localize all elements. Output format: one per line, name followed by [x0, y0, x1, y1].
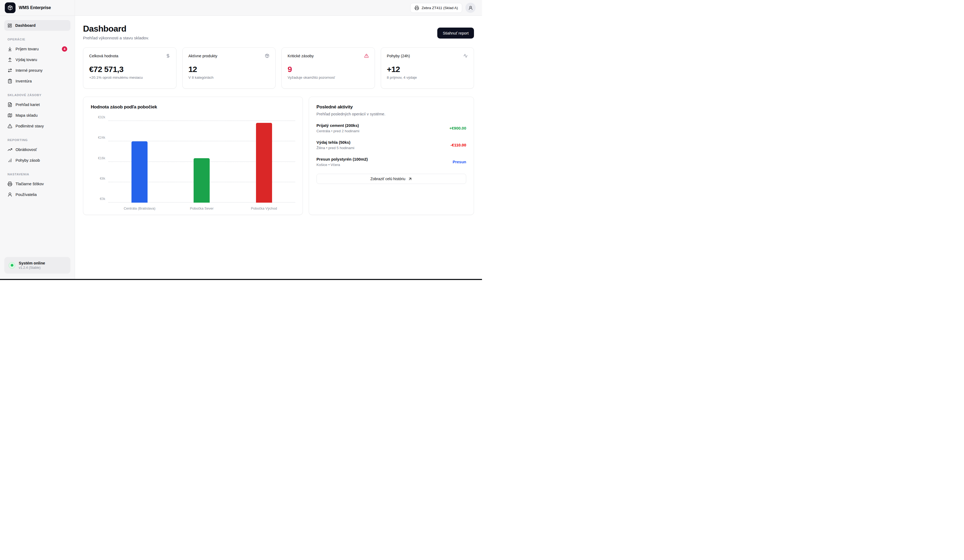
- sidebar-item-prehlad-kariet[interactable]: Prehľad kariet: [4, 99, 70, 110]
- sidebar-item-mapa-skladu[interactable]: Mapa skladu: [4, 110, 70, 121]
- printer-selector-label: Zebra ZT411 (Sklad A): [422, 6, 458, 10]
- arrows-left-right-icon: [8, 68, 12, 73]
- app-logo: [5, 2, 16, 13]
- activity-meta: Košice • Včera: [316, 163, 368, 167]
- dashboard-content: Dashboard Prehľad výkonnosti a stavu skl…: [75, 16, 482, 215]
- kpi-value: +12: [387, 65, 468, 74]
- bar-chart: €0k€8k€16k€24k€32k Centrála (Bratislava)…: [91, 121, 295, 210]
- activity-row-presun-polystyren-100m2: Presun polystyrén (100m2)Košice • VčeraP…: [316, 157, 466, 167]
- y-axis-tick: €16k: [91, 156, 105, 160]
- sidebar-item-label: Výdaj tovaru: [16, 57, 67, 62]
- x-axis-label: Pobočka Sever: [171, 207, 233, 210]
- top-header: Zebra ZT411 (Sklad A): [75, 0, 482, 16]
- sidebar-item-podlimitne-stavy[interactable]: Podlimitné stavy: [4, 121, 70, 132]
- package-icon: [8, 5, 13, 10]
- kpi-title: Aktívne produkty: [189, 54, 217, 58]
- package-icon: [265, 54, 269, 58]
- kpi-card-celkova-hodnota: Celková hodnota€72 571,3+20.1% oproti mi…: [83, 47, 176, 89]
- printer-icon: [8, 181, 12, 186]
- sidebar-item-label: Inventúra: [16, 79, 67, 83]
- sidebar-item-label: Pohyby zásob: [16, 158, 67, 163]
- kpi-subtitle: Vyžaduje okamžitú pozornosť: [288, 75, 369, 80]
- y-axis-tick: €0k: [91, 197, 105, 201]
- sidebar-item-label: Dashboard: [15, 23, 67, 28]
- sidebar-item-tlaciarne-stitkov[interactable]: Tlačiarne štítkov: [4, 179, 70, 189]
- activity-icon: [463, 54, 468, 58]
- sidebar-item-obratkovost[interactable]: Obrátkovosť: [4, 144, 70, 155]
- activity-amount: -€110.00: [451, 143, 466, 147]
- sidebar-item-label: Obrátkovosť: [16, 148, 67, 152]
- dashboard-icon: [8, 23, 12, 28]
- sidebar-item-prijem-tovaru[interactable]: Príjem tovaru4: [4, 44, 70, 54]
- arrow-down-to-line-icon: [8, 47, 12, 51]
- activity-meta: Žilina • pred 5 hodinami: [316, 146, 354, 150]
- trending-up-icon: [8, 147, 12, 152]
- sidebar-item-label: Podlimitné stavy: [16, 124, 67, 128]
- online-status-icon: [8, 262, 15, 269]
- sidebar-nav: Dashboard OPERÁCIEPríjem tovaru4Výdaj to…: [0, 16, 75, 257]
- activity-row-prijaty-cement-200ks: Prijatý cement (200ks)Centrála • pred 2 …: [316, 123, 466, 133]
- sidebar-item-inventura[interactable]: Inventúra: [4, 76, 70, 86]
- user-icon: [8, 192, 12, 197]
- system-status-card: Systém online v1.2.4 (Stable): [4, 257, 70, 273]
- download-report-button[interactable]: Stiahnuť report: [437, 28, 474, 39]
- view-history-button[interactable]: Zobraziť celú históriu: [316, 174, 466, 184]
- activity-name: Prijatý cement (200ks): [316, 123, 359, 128]
- main-column: Zebra ZT411 (Sklad A) Dashboard Prehľad …: [75, 0, 482, 279]
- kpi-title: Kritické zásoby: [288, 54, 314, 58]
- page-subtitle: Prehľad výkonnosti a stavu skladov.: [83, 36, 149, 41]
- app-title: WMS Enterprise: [19, 5, 51, 10]
- activity-list: Prijatý cement (200ks)Centrála • pred 2 …: [316, 123, 466, 167]
- sidebar-item-interne-presuny[interactable]: Interné presuny: [4, 65, 70, 76]
- bar-centrala-bratislava: [132, 141, 148, 203]
- window-bottom-edge: [0, 279, 482, 280]
- alert-triangle-icon: [8, 124, 12, 129]
- sidebar-item-label: Tlačiarne štítkov: [16, 182, 67, 186]
- kpi-subtitle: +20.1% oproti minulému mesiacu: [89, 75, 170, 80]
- user-icon: [468, 6, 473, 10]
- sidebar-item-pouzivatelia[interactable]: Používatelia: [4, 189, 70, 200]
- activity-amount: +€900.00: [449, 126, 466, 130]
- x-axis-label: Centrála (Bratislava): [109, 207, 171, 210]
- dollar-sign-icon: [166, 54, 170, 58]
- bar-pobocka-sever: [194, 158, 210, 203]
- user-menu-button[interactable]: [466, 3, 475, 13]
- kpi-title: Celková hodnota: [89, 54, 118, 58]
- kpi-subtitle: 8 príjmov, 4 výdaje: [387, 75, 468, 80]
- activity-name: Presun polystyrén (100m2): [316, 157, 368, 161]
- sidebar-item-label: Mapa skladu: [16, 113, 67, 117]
- sidebar-item-label: Interné presuny: [16, 68, 67, 73]
- sidebar-item-label: Príjem tovaru: [16, 47, 59, 51]
- notification-badge: 4: [62, 46, 67, 52]
- system-status-title: Systém online: [19, 261, 45, 265]
- chart-title: Hodnota zásob podľa pobočiek: [91, 104, 295, 110]
- kpi-card-aktivne-produkty: Aktívne produkty12V 8 kategóriách: [182, 47, 276, 89]
- sidebar-section-label-nastavenia: NASTAVENIA: [8, 173, 67, 176]
- kpi-title: Pohyby (24h): [387, 54, 410, 58]
- sidebar-item-vydaj-tovaru[interactable]: Výdaj tovaru: [4, 54, 70, 65]
- sidebar-section-label-operacie: OPERÁCIE: [8, 38, 67, 41]
- activity-title: Posledné aktivity: [316, 104, 466, 110]
- activity-row-vydaj-tehla-50ks: Výdaj tehla (50ks)Žilina • pred 5 hodina…: [316, 140, 466, 150]
- kpi-card-pohyby-24h: Pohyby (24h)+128 príjmov, 4 výdaje: [381, 47, 474, 89]
- file-text-icon: [8, 102, 12, 107]
- kpi-subtitle: V 8 kategóriách: [189, 75, 270, 80]
- printer-icon: [415, 6, 419, 10]
- sidebar-item-label: Prehľad kariet: [16, 103, 67, 107]
- system-version: v1.2.4 (Stable): [19, 266, 45, 270]
- sidebar-item-pohyby-zasob[interactable]: Pohyby zásob: [4, 155, 70, 166]
- sidebar-header: WMS Enterprise: [0, 0, 75, 16]
- activity-subtitle: Prehľad posledných operácií v systéme.: [316, 112, 466, 116]
- recent-activity-card: Posledné aktivity Prehľad posledných ope…: [309, 97, 474, 215]
- x-axis-label: Pobočka Východ: [233, 207, 295, 210]
- kpi-value: 12: [189, 65, 270, 74]
- sidebar-item-dashboard[interactable]: Dashboard: [4, 20, 70, 31]
- kpi-value: €72 571,3: [89, 65, 170, 74]
- printer-selector-button[interactable]: Zebra ZT411 (Sklad A): [410, 3, 462, 13]
- view-history-label: Zobraziť celú históriu: [370, 177, 405, 181]
- sidebar-section-label-skladove-zasoby: SKLADOVÉ ZÁSOBY: [8, 93, 67, 97]
- y-axis-tick: €32k: [91, 116, 105, 119]
- activity-name: Výdaj tehla (50ks): [316, 140, 354, 145]
- kpi-grid: Celková hodnota€72 571,3+20.1% oproti mi…: [83, 47, 474, 89]
- bar-pobocka-vychod: [256, 123, 272, 203]
